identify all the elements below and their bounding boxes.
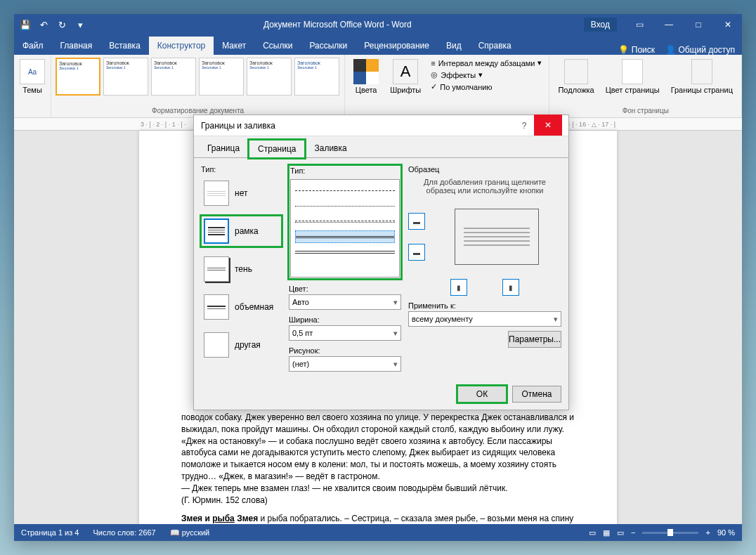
share-button[interactable]: 👤 Общий доступ bbox=[665, 45, 735, 55]
color-label: Цвет: bbox=[289, 285, 401, 293]
word-count[interactable]: Число слов: 2667 bbox=[93, 528, 155, 537]
save-icon[interactable]: 💾 bbox=[20, 19, 31, 30]
type-3d[interactable]: объемная bbox=[201, 292, 282, 322]
maximize-icon[interactable]: □ bbox=[684, 14, 712, 35]
art-select[interactable]: (нет) bbox=[289, 356, 401, 372]
dialog-tab-border[interactable]: Граница bbox=[198, 139, 249, 157]
titlebar: 💾 ↶ ↻ ▾ Документ Microsoft Office Word -… bbox=[14, 14, 742, 35]
preview-box[interactable] bbox=[455, 209, 539, 265]
style-label: Тип: bbox=[290, 166, 400, 175]
type-custom[interactable]: другая bbox=[201, 329, 282, 360]
page-borders-button[interactable]: Границы страниц bbox=[667, 58, 737, 96]
dialog-tab-page[interactable]: Страница bbox=[249, 140, 305, 158]
ok-button[interactable]: ОК bbox=[457, 386, 507, 403]
style-preview-6[interactable]: ЗаголовокЗаголовок 1 bbox=[294, 58, 339, 96]
statusbar: Страница 1 из 4 Число слов: 2667 📖 русск… bbox=[14, 524, 742, 541]
style-preview-4[interactable]: ЗаголовокЗаголовок 1 bbox=[199, 58, 244, 96]
effects-button[interactable]: ◎ Эффекты ▾ bbox=[428, 70, 545, 80]
style-preview-3[interactable]: ЗаголовокЗаголовок 1 bbox=[151, 58, 196, 96]
tab-help[interactable]: Справка bbox=[470, 37, 520, 55]
art-label: Рисунок: bbox=[289, 346, 401, 355]
doc-paragraph: — Джек теперь мне взамен глаз! — не хвал… bbox=[181, 483, 575, 495]
view-print-icon[interactable]: ▦ bbox=[603, 528, 610, 537]
doc-paragraph: (Г. Юрмин. 152 слова) bbox=[181, 495, 575, 507]
cancel-button[interactable]: Отмена bbox=[512, 386, 561, 403]
style-preview-2[interactable]: ЗаголовокЗаголовок 1 bbox=[103, 58, 148, 96]
border-bottom-toggle[interactable]: ▬ bbox=[408, 244, 425, 261]
tab-review[interactable]: Рецензирование bbox=[356, 37, 438, 55]
params-button[interactable]: Параметры... bbox=[508, 331, 561, 348]
borders-dialog: Границы и заливка ? ✕ Граница Страница З… bbox=[193, 115, 569, 410]
border-right-toggle[interactable]: ▮ bbox=[502, 279, 519, 296]
page-count[interactable]: Страница 1 из 4 bbox=[21, 528, 79, 537]
watermark-button[interactable]: Подложка bbox=[554, 58, 598, 96]
doc-paragraph: поводок собаку. Джек уверенно вел своего… bbox=[181, 412, 575, 483]
width-select[interactable]: 0,5 пт bbox=[289, 325, 401, 341]
tab-mailings[interactable]: Рассылки bbox=[301, 37, 356, 55]
doc-paragraph: Змея и рыба Змея и рыба побратались. – С… bbox=[181, 513, 575, 524]
apply-select[interactable]: всему документу bbox=[408, 311, 561, 327]
ribbon: Aa Темы ЗаголовокЗаголовок 1 ЗаголовокЗа… bbox=[14, 55, 742, 118]
zoom-slider[interactable] bbox=[642, 532, 698, 534]
colors-button[interactable]: Цвета bbox=[349, 58, 383, 96]
preview-label: Образец bbox=[408, 165, 561, 174]
dialog-close-icon[interactable]: ✕ bbox=[534, 115, 562, 136]
preview-hint: Для добавления границ щелкните образец и… bbox=[408, 178, 561, 195]
zoom-level[interactable]: 90 % bbox=[717, 528, 735, 537]
style-preview-1[interactable]: ЗаголовокЗаголовок 1 bbox=[56, 58, 100, 96]
style-preview-5[interactable]: ЗаголовокЗаголовок 1 bbox=[247, 58, 292, 96]
dialog-tab-fill[interactable]: Заливка bbox=[305, 139, 356, 157]
search-icon[interactable]: 💡 Поиск bbox=[618, 45, 655, 55]
ribbon-tabs: Файл Главная Вставка Конструктор Макет С… bbox=[14, 35, 742, 55]
themes-button[interactable]: Aa Темы bbox=[18, 58, 46, 96]
style-list[interactable] bbox=[290, 179, 400, 278]
type-none[interactable]: нет bbox=[201, 178, 282, 209]
view-web-icon[interactable]: ▭ bbox=[617, 528, 624, 537]
minimize-icon[interactable]: — bbox=[655, 14, 683, 35]
tab-references[interactable]: Ссылки bbox=[254, 37, 301, 55]
type-shadow[interactable]: тень bbox=[201, 254, 282, 285]
language[interactable]: 📖 русский bbox=[170, 528, 210, 537]
width-label: Ширина: bbox=[289, 315, 401, 324]
qa-more-icon[interactable]: ▾ bbox=[74, 19, 86, 30]
page-color-button[interactable]: Цвет страницы bbox=[601, 58, 664, 96]
page-bg-label: Фон страницы bbox=[554, 107, 737, 115]
window-title: Документ Microsoft Office Word - Word bbox=[91, 20, 584, 30]
fonts-button[interactable]: A Шрифты bbox=[386, 58, 425, 96]
border-left-toggle[interactable]: ▮ bbox=[450, 279, 467, 296]
color-select[interactable]: Авто bbox=[289, 294, 401, 310]
tab-view[interactable]: Вид bbox=[438, 37, 470, 55]
dialog-title: Границы и заливка bbox=[201, 121, 514, 131]
close-icon[interactable]: ✕ bbox=[714, 14, 742, 35]
login-button[interactable]: Вход bbox=[584, 18, 617, 32]
quick-access: 💾 ↶ ↻ ▾ bbox=[14, 19, 91, 30]
tab-home[interactable]: Главная bbox=[52, 37, 101, 55]
tab-layout[interactable]: Макет bbox=[214, 37, 254, 55]
paragraph-spacing-button[interactable]: ≡ Интервал между абзацами ▾ bbox=[428, 58, 545, 68]
help-icon[interactable]: ? bbox=[514, 121, 534, 131]
undo-icon[interactable]: ↶ bbox=[38, 19, 49, 30]
type-box[interactable]: рамка bbox=[201, 216, 282, 247]
view-read-icon[interactable]: ▭ bbox=[589, 528, 596, 537]
tab-insert[interactable]: Вставка bbox=[100, 37, 149, 55]
tab-design[interactable]: Конструктор bbox=[149, 37, 214, 55]
tab-file[interactable]: Файл bbox=[14, 37, 52, 55]
set-default-button[interactable]: ✓ По умолчанию bbox=[428, 81, 545, 92]
redo-icon[interactable]: ↻ bbox=[56, 19, 67, 30]
ribbon-options-icon[interactable]: ▭ bbox=[625, 14, 653, 35]
apply-label: Применить к: bbox=[408, 301, 561, 310]
border-top-toggle[interactable]: ▬ bbox=[408, 213, 425, 230]
type-label: Тип: bbox=[201, 165, 282, 174]
format-doc-label: Форматирование документа bbox=[56, 107, 340, 115]
